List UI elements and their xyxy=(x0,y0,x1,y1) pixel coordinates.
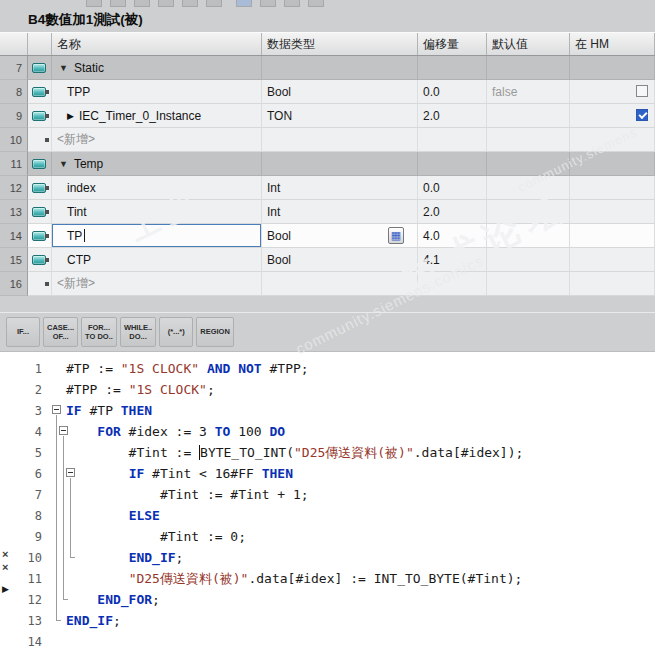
snippet-button[interactable]: WHILE.. DO... xyxy=(120,317,156,347)
cell-offset[interactable]: 4.0 xyxy=(418,224,487,248)
cell-default[interactable]: false xyxy=(487,80,570,104)
close-icon[interactable]: × xyxy=(2,548,8,560)
cell-offset[interactable] xyxy=(418,56,487,80)
code-line[interactable]: 3IF #TP THEN xyxy=(0,400,655,421)
cell-default[interactable] xyxy=(487,200,570,224)
cell-hmi-visible[interactable] xyxy=(570,176,655,200)
cell-default[interactable] xyxy=(487,272,570,296)
cell-name[interactable]: ▼Temp xyxy=(52,152,262,176)
snippet-button[interactable]: CASE... OF... xyxy=(43,317,78,347)
column-header-offset[interactable]: 偏移量 xyxy=(418,33,487,55)
table-row[interactable]: 11▼Temp xyxy=(0,152,655,176)
hmi-checkbox[interactable] xyxy=(636,85,648,97)
table-row[interactable]: 8TPPBool0.0false xyxy=(0,80,655,104)
cell-datatype[interactable]: Int xyxy=(262,200,418,224)
fold-collapse-icon[interactable] xyxy=(66,468,75,477)
code-line[interactable]: 5 #Tint := BYTE_TO_INT("D25傳送資料(被)".data… xyxy=(0,442,655,463)
cell-hmi-visible[interactable] xyxy=(570,200,655,224)
cell-default[interactable] xyxy=(487,128,570,152)
cell-datatype[interactable]: Bool xyxy=(262,248,418,272)
cell-default[interactable] xyxy=(487,104,570,128)
fold-guide-line xyxy=(56,415,57,621)
code-line[interactable]: 6 IF #Tint < 16#FF THEN xyxy=(0,463,655,484)
cell-hmi-visible[interactable] xyxy=(570,248,655,272)
snippet-button[interactable]: (*...*) xyxy=(159,317,193,347)
fold-collapse-icon[interactable] xyxy=(59,426,68,435)
cell-hmi-visible[interactable] xyxy=(570,56,655,80)
code-line[interactable]: 9 #Tint := 0; xyxy=(0,526,655,547)
table-row[interactable]: 10<新增> xyxy=(0,128,655,152)
code-line[interactable]: 10 END_IF; xyxy=(0,547,655,568)
code-line[interactable]: 2#TPP := "1S CLOCK"; xyxy=(0,379,655,400)
cell-default[interactable] xyxy=(487,176,570,200)
cell-name[interactable]: <新增> xyxy=(52,128,262,152)
cell-datatype[interactable]: Bool xyxy=(262,80,418,104)
table-row[interactable]: 9▶IEC_Timer_0_InstanceTON2.0 xyxy=(0,104,655,128)
code-line[interactable]: 7 #Tint := #Tint + 1; xyxy=(0,484,655,505)
code-line[interactable]: 4 FOR #idex := 3 TO 100 DO xyxy=(0,421,655,442)
cell-hmi-visible[interactable] xyxy=(570,104,655,128)
cell-default[interactable] xyxy=(487,56,570,80)
cell-datatype[interactable] xyxy=(262,128,418,152)
chevron-down-icon[interactable]: ▼ xyxy=(59,63,68,73)
code-line[interactable]: 1#TP := "1S CLOCK" AND NOT #TPP; xyxy=(0,358,655,379)
cell-datatype[interactable] xyxy=(262,56,418,80)
code-line[interactable]: 13END_IF; xyxy=(0,610,655,631)
snippet-button[interactable]: REGION xyxy=(196,317,234,347)
table-row[interactable]: 12indexInt0.0 xyxy=(0,176,655,200)
cell-name[interactable]: <新增> xyxy=(52,272,262,296)
cell-name[interactable]: index xyxy=(52,176,262,200)
cell-offset[interactable] xyxy=(418,152,487,176)
cell-datatype[interactable]: Int xyxy=(262,176,418,200)
fold-collapse-icon[interactable] xyxy=(52,405,61,414)
cell-name[interactable]: CTP xyxy=(52,248,262,272)
table-row[interactable]: 15CTPBool4.1 xyxy=(0,248,655,272)
cell-offset[interactable]: 0.0 xyxy=(418,80,487,104)
cell-name[interactable]: ▼Static xyxy=(52,56,262,80)
cell-datatype[interactable]: Bool▦ xyxy=(262,224,418,248)
cell-offset[interactable]: 0.0 xyxy=(418,176,487,200)
code-line[interactable]: 14 xyxy=(0,631,655,650)
cell-offset[interactable] xyxy=(418,128,487,152)
cell-name[interactable]: TPP xyxy=(52,80,262,104)
cell-datatype[interactable] xyxy=(262,152,418,176)
snippet-button[interactable]: IF... xyxy=(6,317,40,347)
cell-default[interactable] xyxy=(487,248,570,272)
code-line[interactable]: 12 END_FOR; xyxy=(0,589,655,610)
code-line[interactable]: 8 ELSE xyxy=(0,505,655,526)
table-header-row: 名称 数据类型 偏移量 默认值 在 HM xyxy=(0,32,655,56)
column-header-hmi[interactable]: 在 HM xyxy=(570,33,655,55)
cell-hmi-visible[interactable] xyxy=(570,128,655,152)
cell-name[interactable]: ▶IEC_Timer_0_Instance xyxy=(52,104,262,128)
scl-code-editor[interactable]: 1#TP := "1S CLOCK" AND NOT #TPP;2#TPP :=… xyxy=(0,352,655,650)
close-icon[interactable]: × xyxy=(2,561,8,573)
snippet-button[interactable]: FOR... TO DO.. xyxy=(81,317,117,347)
column-header-datatype[interactable]: 数据类型 xyxy=(262,33,418,55)
cell-name[interactable]: Tint xyxy=(52,200,262,224)
table-row[interactable]: 14TPBool▦4.0 xyxy=(0,224,655,248)
cell-datatype[interactable] xyxy=(262,272,418,296)
cell-default[interactable] xyxy=(487,224,570,248)
table-row[interactable]: 7▼Static xyxy=(0,56,655,80)
chevron-down-icon[interactable]: ▼ xyxy=(59,159,68,169)
column-header-name[interactable]: 名称 xyxy=(52,33,262,55)
code-line[interactable]: 11 "D25傳送資料(被)".data[#idex] := INT_TO_BY… xyxy=(0,568,655,589)
datatype-picker-button[interactable]: ▦ xyxy=(388,227,404,244)
cell-offset[interactable]: 2.0 xyxy=(418,200,487,224)
cell-hmi-visible[interactable] xyxy=(570,272,655,296)
cell-name[interactable]: TP xyxy=(52,224,262,248)
cell-hmi-visible[interactable] xyxy=(570,152,655,176)
cell-hmi-visible[interactable] xyxy=(570,80,655,104)
hmi-checkbox[interactable] xyxy=(636,109,648,121)
cell-datatype[interactable]: TON xyxy=(262,104,418,128)
column-header-default[interactable]: 默认值 xyxy=(487,33,570,55)
expand-arrow-icon[interactable]: ▶ xyxy=(2,584,9,594)
cell-offset[interactable] xyxy=(418,272,487,296)
chevron-right-icon[interactable]: ▶ xyxy=(67,111,74,121)
table-row[interactable]: 16<新增> xyxy=(0,272,655,296)
cell-offset[interactable]: 4.1 xyxy=(418,248,487,272)
cell-offset[interactable]: 2.0 xyxy=(418,104,487,128)
cell-default[interactable] xyxy=(487,152,570,176)
table-row[interactable]: 13TintInt2.0 xyxy=(0,200,655,224)
cell-hmi-visible[interactable] xyxy=(570,224,655,248)
